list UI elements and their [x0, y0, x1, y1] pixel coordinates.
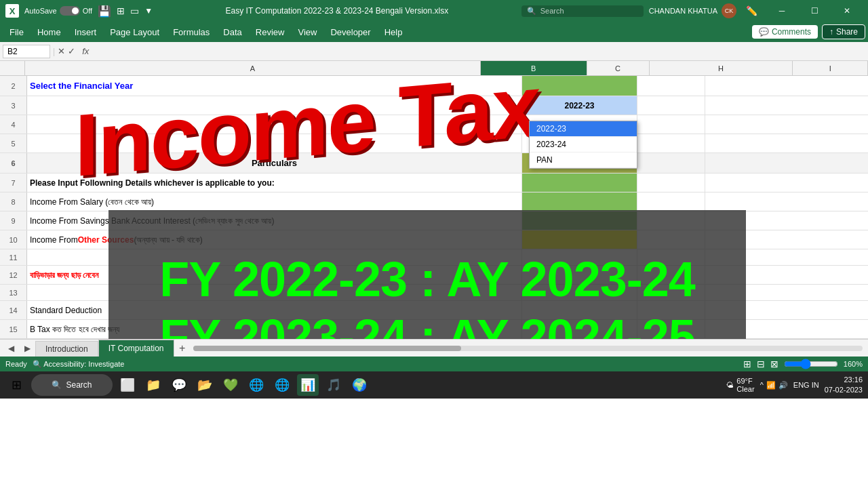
grid-view-btn[interactable]: ⊞	[743, 359, 751, 369]
spotify-icon[interactable]: 🎵	[323, 374, 344, 396]
cell-b13[interactable]	[522, 285, 637, 300]
fy-dropdown[interactable]: 2022-23 2023-24 PAN	[529, 121, 637, 169]
edit-icon[interactable]: ✏️	[742, 1, 761, 20]
tab-it-computation[interactable]: IT Computation	[98, 340, 174, 357]
cell-b14[interactable]	[522, 301, 637, 319]
cell-c13[interactable]	[637, 285, 705, 300]
menu-file[interactable]: File	[3, 24, 31, 40]
menu-help[interactable]: Help	[378, 24, 410, 40]
cell-a6-particulars[interactable]: Particulars	[27, 153, 522, 173]
cell-b3[interactable]: 2022-23	[522, 96, 637, 115]
cell-a15[interactable]: B Tax কত দিতে হবে দেখার জন্য	[27, 320, 522, 338]
tab-nav-right[interactable]: ▶	[19, 340, 35, 357]
avatar[interactable]: CK	[722, 3, 736, 18]
confirm-icon[interactable]: ✓	[68, 46, 75, 56]
cell-a13[interactable]	[27, 285, 522, 300]
cell-c7[interactable]	[637, 174, 705, 192]
dropdown-arrow[interactable]: ▼	[144, 6, 153, 16]
horizontal-scrollbar-thumb[interactable]	[193, 346, 461, 351]
layout-icon[interactable]: ⊞	[117, 5, 125, 16]
tray-chevron[interactable]: ^	[760, 381, 764, 389]
cell-a11[interactable]	[27, 249, 522, 265]
cell-a8[interactable]: Income From Salary (বেতন থেকে আয়)	[27, 192, 522, 211]
excel-taskbar-icon[interactable]: 📊	[297, 374, 319, 396]
whatsapp-icon[interactable]: 💚	[220, 374, 241, 396]
cell-c4[interactable]	[637, 115, 705, 134]
close-button[interactable]: ✕	[831, 0, 863, 22]
cell-b8[interactable]	[522, 192, 637, 211]
cell-b15[interactable]	[522, 320, 637, 338]
cell-reference-input[interactable]: B2	[3, 45, 50, 58]
cell-a4[interactable]	[27, 115, 522, 134]
clock[interactable]: 23:16 07-02-2023	[825, 375, 863, 396]
table-row: 7 Please Input Followning Details whiche…	[0, 174, 868, 192]
search-box[interactable]: 🔍 Search	[521, 5, 644, 17]
cell-a9[interactable]: Income From Savings Bank Account Interes…	[27, 211, 522, 230]
menu-review[interactable]: Review	[249, 24, 292, 40]
start-button[interactable]: ⊞	[5, 374, 27, 396]
comments-button[interactable]: 💬 Comments	[752, 25, 818, 39]
cell-c12[interactable]	[637, 266, 705, 284]
maximize-button[interactable]: ☐	[799, 0, 830, 22]
cell-c10[interactable]	[637, 230, 705, 249]
cell-c15[interactable]	[637, 320, 705, 338]
dropdown-item-pan[interactable]: PAN	[530, 152, 637, 168]
autosave-toggle[interactable]	[60, 6, 80, 16]
files-icon[interactable]: 📂	[194, 374, 216, 396]
cell-a14[interactable]: Standard Deduction	[27, 301, 522, 319]
cell-c3[interactable]	[637, 96, 705, 115]
menu-formulas[interactable]: Formulas	[166, 24, 216, 40]
dropdown-item-fy2324[interactable]: 2023-24	[530, 137, 637, 152]
cancel-icon[interactable]: ✕	[58, 46, 65, 56]
search-taskbar[interactable]: 🔍 Search	[31, 374, 113, 396]
menu-view[interactable]: View	[291, 24, 323, 40]
cell-b12[interactable]	[522, 266, 637, 284]
lang-indicator[interactable]: ENG IN	[793, 381, 819, 389]
cell-a12[interactable]: বাড়িভাড়ার জন্য ছাড় নেবেন	[27, 266, 522, 284]
explorer-icon[interactable]: 📁	[142, 374, 164, 396]
cell-c11[interactable]	[637, 249, 705, 265]
teams-icon[interactable]: 💬	[168, 374, 190, 396]
tab-nav-left[interactable]: ◀	[3, 340, 19, 357]
view-icon[interactable]: ▭	[130, 5, 139, 16]
minimize-button[interactable]: ─	[766, 0, 797, 22]
menu-home[interactable]: Home	[31, 24, 68, 40]
cell-c5[interactable]	[637, 134, 705, 152]
menu-data[interactable]: Data	[216, 24, 248, 40]
app6-icon[interactable]: 🌐	[245, 374, 267, 396]
cell-c9[interactable]	[637, 211, 705, 230]
cell-c2[interactable]	[637, 76, 705, 96]
menu-insert[interactable]: Insert	[68, 24, 104, 40]
zoom-slider[interactable]	[784, 359, 838, 369]
dropdown-item-fy2223[interactable]: 2022-23	[530, 121, 637, 137]
cell-a5[interactable]	[27, 134, 522, 152]
cell-c6[interactable]	[637, 153, 705, 173]
cell-b11[interactable]	[522, 249, 637, 265]
cell-a7[interactable]: Please Input Followning Details whicheve…	[27, 174, 522, 192]
cell-b7[interactable]	[522, 174, 637, 192]
cell-a3[interactable]	[27, 96, 522, 115]
cell-a2[interactable]: Select the Financial Year	[27, 76, 522, 96]
formula-input[interactable]	[96, 47, 865, 56]
add-sheet-button[interactable]: +	[174, 340, 191, 357]
page-break-btn[interactable]: ⊠	[770, 359, 778, 369]
main-content: A B C H I 2 Select the Financial Year 3 …	[0, 61, 868, 339]
cell-b10[interactable]	[522, 230, 637, 249]
horizontal-scrollbar-track[interactable]	[193, 346, 863, 351]
save-icon[interactable]: 💾	[98, 5, 111, 18]
cell-c14[interactable]	[637, 301, 705, 319]
share-button[interactable]: ↑ Share	[822, 24, 865, 39]
cell-a10[interactable]: Income From Other Sources (অন্যান্য আয় …	[27, 230, 522, 249]
tray-volume[interactable]: 🔊	[778, 381, 788, 390]
menu-developer[interactable]: Developer	[323, 24, 377, 40]
cell-c8[interactable]	[637, 192, 705, 211]
tray-network[interactable]: 📶	[766, 381, 776, 390]
browser-icon2[interactable]: 🌍	[349, 374, 370, 396]
cell-b9[interactable]	[522, 211, 637, 230]
cell-b2[interactable]	[522, 76, 637, 96]
page-view-btn[interactable]: ⊟	[757, 359, 765, 369]
menu-page-layout[interactable]: Page Layout	[103, 24, 166, 40]
tab-introduction[interactable]: Introduction	[35, 341, 98, 357]
task-view-icon[interactable]: ⬜	[117, 374, 138, 396]
chrome-icon[interactable]: 🌐	[271, 374, 293, 396]
